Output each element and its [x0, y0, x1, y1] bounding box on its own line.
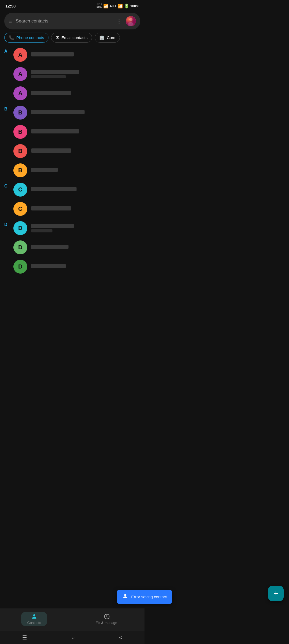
list-item[interactable]: B — [13, 122, 144, 141]
avatar: B — [13, 144, 27, 158]
tab-phone-label: Phone contacts — [16, 35, 44, 40]
status-time: 12:50 — [5, 4, 16, 8]
contact-info — [31, 245, 140, 250]
tab-email-contacts[interactable]: ✉ Email contacts — [51, 33, 92, 43]
phone-icon: 📞 — [9, 35, 14, 40]
avatar: B — [13, 106, 27, 120]
company-icon: 🏢 — [99, 35, 105, 40]
section-letter-d: D — [0, 218, 13, 227]
more-options-icon[interactable]: ⋮ — [116, 18, 122, 25]
filter-tabs: 📞 Phone contacts ✉ Email contacts 🏢 Com — [0, 33, 144, 45]
list-item[interactable]: B — [13, 161, 144, 180]
list-item[interactable]: C — [13, 199, 144, 218]
contact-name — [31, 70, 79, 74]
section-letter-b: B — [0, 103, 13, 112]
avatar-initial: A — [18, 51, 22, 58]
avatar-initial: B — [18, 148, 22, 155]
contact-info — [31, 91, 140, 96]
avatar: A — [13, 86, 27, 100]
svg-point-1 — [129, 18, 132, 21]
contact-name — [31, 245, 69, 249]
avatar-initial: C — [18, 186, 22, 193]
hamburger-icon[interactable]: ≡ — [9, 18, 12, 25]
contact-name — [31, 129, 79, 133]
contact-info — [31, 52, 140, 57]
battery-icon: 🔋 — [124, 3, 129, 9]
tab-phone-contacts[interactable]: 📞 Phone contacts — [4, 33, 48, 43]
contact-sub — [31, 75, 66, 78]
network-type: 4G+ — [110, 4, 116, 8]
contact-name — [31, 187, 77, 191]
section-c: C C C — [0, 180, 144, 218]
list-item[interactable]: D — [13, 218, 144, 238]
avatar: A — [13, 67, 27, 81]
contact-name — [31, 206, 71, 210]
avatar: D — [13, 240, 27, 254]
avatar-initial: B — [18, 109, 22, 116]
contact-info — [31, 129, 140, 135]
avatar: C — [13, 183, 27, 197]
avatar: B — [13, 163, 27, 177]
list-item[interactable]: D — [13, 257, 144, 276]
search-bar[interactable]: ≡ Search contacts ⋮ — [4, 13, 140, 29]
section-b-contacts: B B B — [13, 103, 144, 180]
list-item[interactable]: D — [13, 238, 144, 257]
contact-info — [31, 168, 140, 173]
avatar: D — [13, 221, 27, 235]
section-letter-a: A — [0, 45, 13, 54]
avatar: B — [13, 125, 27, 139]
contact-list: A A A A — [0, 45, 144, 308]
tab-company-label: Com — [107, 35, 115, 40]
status-icons: 0.17KB/s 📶 4G+ 📶 🔋 100% — [97, 3, 139, 9]
list-item[interactable]: A — [13, 45, 144, 64]
list-item[interactable]: B — [13, 141, 144, 161]
contact-name — [31, 264, 66, 268]
contact-name — [31, 110, 85, 114]
email-icon: ✉ — [56, 35, 59, 40]
search-placeholder[interactable]: Search contacts — [16, 18, 112, 24]
avatar-initial: D — [18, 263, 22, 270]
avatar: A — [13, 48, 27, 62]
contact-info — [31, 148, 140, 154]
section-a: A A A A — [0, 45, 144, 103]
list-item[interactable]: C — [13, 180, 144, 199]
contact-sub — [31, 229, 52, 232]
list-item[interactable]: B — [13, 103, 144, 122]
contact-name — [31, 148, 71, 153]
signal-icon-2: 📶 — [117, 3, 123, 9]
svg-point-2 — [128, 22, 134, 26]
tab-company-contacts[interactable]: 🏢 Com — [95, 33, 120, 43]
list-item[interactable]: A — [13, 64, 144, 84]
section-letter-c: C — [0, 180, 13, 189]
avatar-initial: B — [18, 167, 22, 174]
contact-info — [31, 206, 140, 212]
contact-name — [31, 168, 58, 172]
avatar-initial: D — [18, 225, 22, 232]
battery-level: 100% — [130, 4, 139, 8]
contact-info — [31, 70, 140, 78]
section-a-contacts: A A A — [13, 45, 144, 103]
avatar-initial: A — [18, 71, 22, 78]
avatar: D — [13, 260, 27, 274]
section-c-contacts: C C — [13, 180, 144, 218]
contact-name — [31, 52, 74, 56]
avatar: C — [13, 202, 27, 216]
list-item[interactable]: A — [13, 84, 144, 103]
contact-info — [31, 264, 140, 269]
contact-name — [31, 224, 74, 228]
avatar-initial: B — [18, 128, 22, 135]
contact-name — [31, 91, 71, 95]
user-avatar[interactable] — [126, 16, 136, 26]
avatar-initial: D — [18, 244, 22, 251]
section-d: D D D D — [0, 218, 144, 276]
contact-info — [31, 110, 140, 115]
signal-icon: 📶 — [103, 3, 109, 9]
section-b: B B B B — [0, 103, 144, 180]
status-bar: 12:50 0.17KB/s 📶 4G+ 📶 🔋 100% — [0, 0, 144, 11]
contact-info — [31, 224, 140, 232]
section-d-contacts: D D D — [13, 218, 144, 276]
contact-info — [31, 187, 140, 192]
tab-email-label: Email contacts — [61, 35, 88, 40]
network-speed: 0.17KB/s — [97, 3, 102, 9]
avatar-initial: C — [18, 205, 22, 212]
